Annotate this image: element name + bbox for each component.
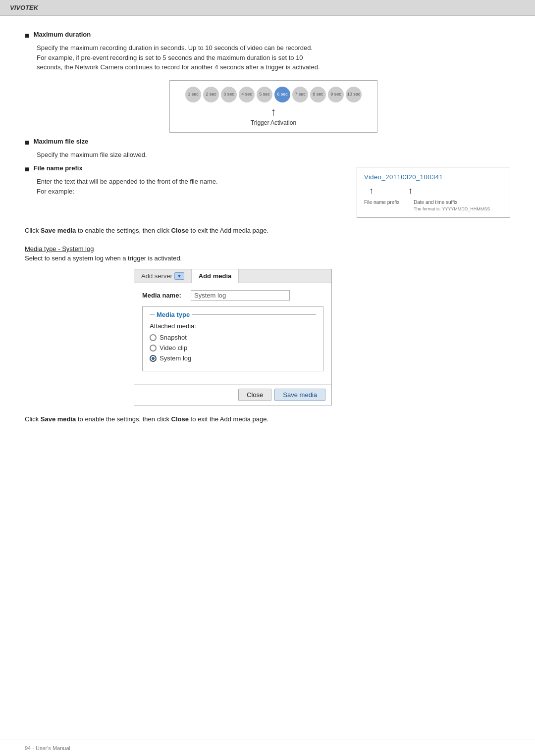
save-bold2-1: Close — [171, 227, 189, 234]
file-prefix-body: Video_20110320_100341 ↑ ↑ File name pref… — [37, 177, 510, 218]
save-media-button[interactable]: Save media — [274, 389, 325, 401]
save-bold1-2: Save media — [41, 415, 76, 423]
timeline-diagram: 1 sec2 sec3 sec4 sec5 sec6 sec7 sec8 sec… — [169, 80, 377, 133]
save-bold2-2: Close — [171, 415, 189, 423]
timeline-circle: 2 sec — [203, 87, 219, 102]
save-media-instruction-2: Click Save media to enable the settings,… — [25, 415, 510, 423]
tab-add-server[interactable]: Add server ▼ — [134, 269, 192, 283]
add-server-label: Add server — [141, 272, 172, 280]
timeline-circle: 1 sec — [185, 87, 201, 102]
page-number: 94 - User's Manual — [25, 745, 70, 751]
timeline-box: 1 sec2 sec3 sec4 sec5 sec6 sec7 sec8 sec… — [169, 80, 377, 133]
radio-option[interactable]: System log — [150, 354, 316, 362]
timeline-circle: 3 sec — [221, 87, 237, 102]
add-media-label: Add media — [199, 272, 231, 280]
timeline-circles: 1 sec2 sec3 sec4 sec5 sec6 sec7 sec8 sec… — [177, 87, 370, 102]
filename-arrows: ↑ ↑ — [364, 184, 503, 198]
page-footer: 94 - User's Manual — [0, 740, 535, 756]
media-name-row: Media name: — [142, 290, 323, 301]
trigger-label: Trigger Activation — [177, 118, 370, 127]
radio-label: Snapshot — [160, 334, 187, 341]
max-duration-section: ■ Maximum duration — [25, 31, 510, 40]
media-type-fieldset: Media type Attached media: SnapshotVideo… — [142, 306, 323, 371]
panel-tabs: Add server ▼ Add media — [134, 269, 331, 283]
close-button[interactable]: Close — [238, 389, 271, 401]
max-duration-line3: seconds, the Network Camera continues to… — [37, 62, 510, 72]
timeline-arrow: ↑ — [177, 106, 370, 117]
suffix-arrow: ↑ — [408, 184, 413, 198]
bullet-icon-duration: ■ — [25, 31, 30, 40]
bullet-icon-prefix: ■ — [25, 165, 30, 174]
save-media-instruction-1: Click Save media to enable the settings,… — [25, 227, 510, 234]
prefix-label: File name prefix — [364, 199, 409, 213]
max-duration-title: Maximum duration — [34, 31, 91, 38]
radio-option[interactable]: Snapshot — [150, 334, 316, 341]
media-name-label: Media name: — [142, 292, 187, 299]
save-before-2: Click — [25, 415, 41, 423]
radio-button-video-clip[interactable] — [150, 345, 157, 352]
max-file-size-section: ■ Maximum file size — [25, 138, 510, 147]
trigger-arrow: ↑ — [271, 106, 276, 117]
format-label: The format is: YYYYMMDD_HHMMSS — [414, 206, 503, 213]
max-file-size-body: Specify the maximum file size allowed. — [37, 150, 510, 160]
max-duration-line2: For example, if pre-event recording is s… — [37, 53, 510, 63]
filename-example: Video_20110320_100341 — [364, 172, 503, 182]
timeline-circle: 6 sec — [274, 87, 290, 102]
filename-labels: File name prefix Date and time suffix Th… — [364, 199, 503, 213]
max-duration-body: Specify the maximum recording duration i… — [37, 43, 510, 133]
save-bold1-1: Save media — [41, 227, 76, 234]
timeline-circle: 8 sec — [310, 87, 326, 102]
timeline-circle: 4 sec — [239, 87, 255, 102]
panel-footer: Close Save media — [134, 384, 331, 405]
bullet-icon-filesize: ■ — [25, 138, 30, 147]
media-name-input[interactable] — [191, 290, 290, 301]
file-prefix-title: File name prefix — [34, 164, 83, 172]
timeline-circle: 9 sec — [328, 87, 344, 102]
fieldset-legend: Media type — [155, 311, 192, 318]
add-media-panel: Add server ▼ Add media Media name: — [134, 269, 332, 405]
tab-add-media[interactable]: Add media — [192, 269, 239, 283]
timeline-circle: 10 sec — [346, 87, 362, 102]
dropdown-arrow-icon[interactable]: ▼ — [174, 272, 184, 280]
filename-diagram: Video_20110320_100341 ↑ ↑ File name pref… — [357, 167, 510, 218]
media-type-heading: Media type - System log — [25, 245, 510, 252]
header-bar: VIVOTEK — [0, 0, 535, 16]
max-duration-line1: Specify the maximum recording duration i… — [37, 43, 510, 53]
max-file-size-title: Maximum file size — [34, 138, 89, 145]
save-after-2: to exit the Add media page. — [189, 415, 268, 423]
main-content: ■ Maximum duration Specify the maximum r… — [0, 16, 535, 740]
attached-media-label: Attached media: — [150, 322, 316, 330]
max-file-size-desc: Specify the maximum file size allowed. — [37, 150, 510, 160]
timeline-circle: 7 sec — [292, 87, 308, 102]
suffix-label: Date and time suffix The format is: YYYY… — [414, 199, 503, 213]
save-middle-2: to enable the settings, then click — [76, 415, 171, 423]
radio-option[interactable]: Video clip — [150, 344, 316, 352]
save-middle-1: to enable the settings, then click — [76, 227, 171, 234]
radio-options: SnapshotVideo clipSystem log — [150, 334, 316, 362]
radio-button-snapshot[interactable] — [150, 334, 157, 341]
radio-label: Video clip — [160, 344, 187, 352]
radio-button-system-log[interactable] — [150, 355, 157, 362]
panel-body: Media name: Media type Attached media: S… — [134, 283, 331, 384]
timeline-circle: 5 sec — [257, 87, 272, 102]
radio-label: System log — [160, 354, 191, 362]
save-after-1: to exit the Add media page. — [189, 227, 268, 234]
brand-name: VIVOTEK — [10, 4, 38, 11]
save-before-1: Click — [25, 227, 41, 234]
media-type-desc: Select to send a system log when a trigg… — [25, 254, 510, 262]
prefix-arrow: ↑ — [369, 184, 374, 198]
